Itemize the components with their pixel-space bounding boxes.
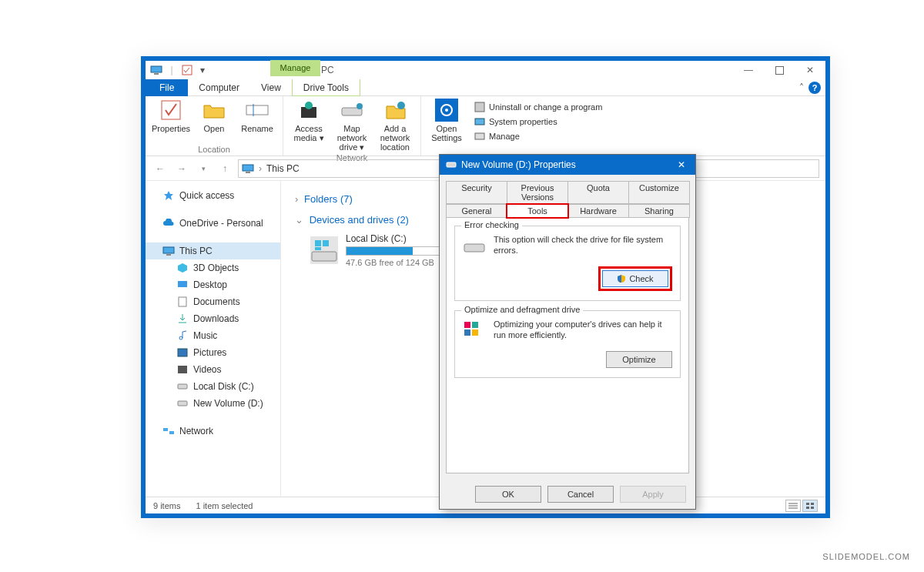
- close-button[interactable]: ✕: [795, 61, 825, 79]
- back-button[interactable]: ←: [152, 160, 169, 177]
- help-icon[interactable]: ?: [808, 82, 821, 94]
- system-props-label: System properties: [489, 117, 557, 126]
- chevron-right-icon: ›: [295, 193, 298, 205]
- dialog-body: Error checking This option will check th…: [446, 218, 689, 473]
- map-network-drive-button[interactable]: Map network drive ▾: [333, 98, 371, 152]
- tab-general[interactable]: General: [446, 204, 507, 218]
- breadcrumb-text: This PC: [266, 163, 300, 174]
- error-checking-group: Error checking This option will check th…: [454, 226, 681, 301]
- svg-rect-4: [162, 101, 180, 119]
- folders-label: Folders (7): [304, 193, 353, 205]
- view-tab[interactable]: View: [250, 79, 292, 96]
- open-button[interactable]: Open: [195, 98, 233, 143]
- uninstall-program-link[interactable]: Uninstall or change a program: [474, 101, 602, 113]
- system-properties-link[interactable]: System properties: [474, 115, 602, 128]
- tab-customize[interactable]: Customize: [628, 181, 690, 204]
- ribbon: Properties Open Rename Location Access m…: [146, 96, 825, 156]
- rename-button[interactable]: Rename: [238, 98, 276, 143]
- sidebar-onedrive[interactable]: OneDrive - Personal: [146, 215, 280, 232]
- optimize-button[interactable]: Optimize: [606, 351, 672, 368]
- manage-context-tab[interactable]: Manage: [270, 60, 320, 76]
- sidebar-documents[interactable]: Documents: [146, 293, 280, 310]
- dialog-titlebar: New Volume (D:) Properties ✕: [440, 155, 695, 175]
- qat-dropdown-icon[interactable]: ▾: [196, 64, 209, 76]
- file-tab[interactable]: File: [146, 79, 188, 96]
- tab-hardware[interactable]: Hardware: [567, 204, 629, 218]
- sidebar-pictures[interactable]: Pictures: [146, 344, 280, 361]
- titlebar: | ▾ Manage This PC — ✕: [146, 61, 825, 79]
- view-details-button[interactable]: [785, 500, 801, 512]
- recent-dropdown[interactable]: ▾: [195, 160, 212, 177]
- onedrive-label: OneDrive - Personal: [179, 218, 263, 229]
- sidebar-quick-access[interactable]: Quick access: [146, 187, 280, 204]
- sidebar-music[interactable]: Music: [146, 327, 280, 344]
- pc-icon: [150, 64, 162, 76]
- dialog-close-button[interactable]: ✕: [674, 159, 689, 170]
- item-label: Local Disk (C:): [193, 381, 254, 392]
- view-large-icons-button[interactable]: [802, 500, 818, 512]
- sidebar-3d-objects[interactable]: 3D Objects: [146, 259, 280, 276]
- drive-tools-tab[interactable]: Drive Tools: [292, 79, 360, 96]
- document-icon: [176, 296, 189, 308]
- properties-label: Properties: [152, 124, 190, 133]
- ok-button[interactable]: OK: [475, 486, 541, 503]
- svg-marker-20: [164, 191, 173, 200]
- svg-rect-16: [475, 119, 484, 125]
- maximize-button[interactable]: [764, 61, 795, 79]
- music-icon: [176, 329, 189, 342]
- tab-security[interactable]: Security: [446, 181, 507, 204]
- sidebar-network[interactable]: Network: [146, 423, 280, 440]
- svg-rect-34: [323, 240, 329, 246]
- drive-freespace: 47.6 GB free of 124 GB: [346, 258, 454, 267]
- svg-rect-29: [178, 401, 187, 406]
- qat-properties-icon[interactable]: [181, 64, 193, 76]
- sidebar-local-disk-c[interactable]: Local Disk (C:): [146, 378, 280, 395]
- menu-bar: File Computer View Drive Tools ˄ ?: [146, 79, 825, 96]
- add-network-location-button[interactable]: Add a network location: [376, 98, 414, 152]
- access-media-button[interactable]: Access media ▾: [290, 98, 328, 152]
- sidebar-desktop[interactable]: Desktop: [146, 276, 280, 293]
- properties-dialog: New Volume (D:) Properties ✕ Security Pr…: [439, 154, 696, 510]
- error-checking-text: This option will check the drive for fil…: [494, 234, 672, 259]
- computer-tab[interactable]: Computer: [188, 79, 250, 96]
- sidebar-downloads[interactable]: Downloads: [146, 310, 280, 327]
- apply-button[interactable]: Apply: [620, 486, 686, 503]
- item-label: Pictures: [193, 347, 226, 358]
- pictures-icon: [176, 346, 189, 359]
- manage-link[interactable]: Manage: [474, 130, 602, 142]
- cancel-button[interactable]: Cancel: [547, 486, 614, 503]
- tab-sharing[interactable]: Sharing: [628, 204, 690, 218]
- properties-button[interactable]: Properties: [152, 98, 190, 143]
- svg-rect-21: [163, 247, 174, 253]
- add-network-label: Add a network location: [376, 124, 414, 152]
- apply-label: Apply: [642, 490, 664, 499]
- drive-icon: [176, 397, 189, 410]
- item-label: Videos: [193, 364, 221, 375]
- chevron-down-icon: ⌄: [295, 214, 303, 226]
- network-label: Network: [179, 426, 213, 437]
- tab-quota[interactable]: Quota: [567, 181, 629, 204]
- sidebar-videos[interactable]: Videos: [146, 361, 280, 378]
- tab-previous-versions[interactable]: Previous Versions: [507, 181, 568, 204]
- sidebar-this-pc[interactable]: This PC: [146, 243, 280, 259]
- collapse-ribbon-icon[interactable]: ˄: [799, 82, 808, 93]
- forward-button[interactable]: →: [173, 160, 190, 177]
- svg-rect-39: [806, 503, 809, 505]
- this-pc-label: This PC: [179, 246, 213, 256]
- system-props-icon: [474, 115, 486, 128]
- minimize-button[interactable]: —: [733, 61, 764, 79]
- sidebar-new-volume-d[interactable]: New Volume (D:): [146, 395, 280, 412]
- open-settings-button[interactable]: Open Settings: [427, 98, 466, 142]
- check-button[interactable]: Check: [602, 270, 668, 287]
- dialog-title: New Volume (D:) Properties: [461, 159, 576, 170]
- status-item-count: 9 items: [153, 501, 180, 510]
- svg-rect-19: [246, 172, 250, 173]
- svg-rect-46: [472, 322, 478, 328]
- svg-point-14: [445, 109, 448, 112]
- drive-usage-bar: [346, 246, 454, 256]
- optimize-title: Optimize and defragment drive: [461, 305, 583, 314]
- up-button[interactable]: ↑: [216, 160, 233, 177]
- svg-rect-44: [464, 244, 484, 252]
- optimize-text: Optimizing your computer's drives can he…: [494, 319, 672, 343]
- tab-tools[interactable]: Tools: [507, 204, 568, 218]
